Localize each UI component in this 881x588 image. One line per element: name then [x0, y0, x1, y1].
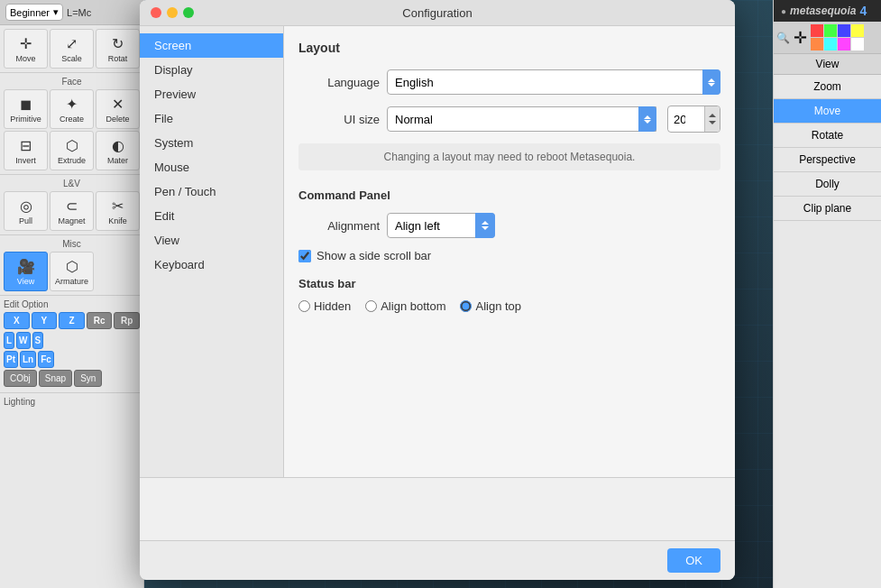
- config-content: Layout Language English Japanese: [284, 26, 735, 477]
- dialog-title-bar: Configuration: [140, 0, 735, 26]
- layout-info-text: Changing a layout may need to reboot Met…: [298, 143, 720, 170]
- status-bar-radio-row: Hidden Align bottom Align top: [298, 299, 720, 313]
- ui-size-number-input[interactable]: [668, 109, 704, 130]
- show-scroll-bar-checkbox[interactable]: [298, 250, 311, 262]
- nav-mouse[interactable]: Mouse: [140, 155, 283, 179]
- language-arrow-down: [708, 83, 715, 87]
- alignment-row: Alignment Align left Align right Align t…: [298, 213, 720, 238]
- command-panel-section: Command Panel Alignment Align left Align…: [298, 188, 720, 262]
- dialog-bottom: OK: [140, 540, 735, 580]
- dialog-nav: Screen Display Preview File System Mouse…: [140, 26, 284, 477]
- status-align-bottom-radio[interactable]: [365, 300, 377, 312]
- number-arrow-up[interactable]: [709, 114, 716, 117]
- dialog-body: Screen Display Preview File System Mouse…: [140, 26, 735, 477]
- status-hidden-label: Hidden: [314, 299, 351, 313]
- status-hidden-option: Hidden: [298, 299, 351, 313]
- nav-display[interactable]: Display: [140, 58, 283, 82]
- command-panel-header: Command Panel: [298, 188, 720, 202]
- ui-size-row: UI size Normal Small Large: [298, 106, 720, 133]
- language-select-wrapper: English Japanese: [387, 69, 720, 95]
- nav-pen-touch[interactable]: Pen / Touch: [140, 179, 283, 204]
- nav-edit[interactable]: Edit: [140, 204, 283, 228]
- language-label: Language: [298, 76, 380, 89]
- ui-size-select-arrows: [638, 106, 656, 132]
- status-hidden-radio[interactable]: [298, 300, 310, 312]
- nav-view[interactable]: View: [140, 228, 283, 253]
- alignment-label: Alignment: [298, 219, 380, 233]
- ok-button[interactable]: OK: [667, 548, 720, 573]
- status-align-bottom-option: Align bottom: [365, 299, 445, 313]
- layout-section-header: Layout: [298, 41, 720, 55]
- status-align-bottom-label: Align bottom: [381, 299, 445, 313]
- maximize-button[interactable]: [183, 7, 194, 18]
- nav-preview[interactable]: Preview: [140, 82, 283, 106]
- show-scroll-bar-label: Show a side scroll bar: [317, 249, 431, 262]
- nav-keyboard[interactable]: Keyboard: [140, 253, 283, 277]
- language-arrow-up: [708, 78, 715, 82]
- close-button[interactable]: [151, 7, 161, 18]
- ui-size-select[interactable]: Normal Small Large: [387, 106, 656, 132]
- ui-size-label: UI size: [298, 113, 380, 126]
- status-align-top-label: Align top: [475, 299, 521, 313]
- language-select-arrows: [702, 69, 720, 95]
- scroll-bar-row: Show a side scroll bar: [298, 249, 720, 262]
- ui-size-arrow-up: [644, 115, 651, 119]
- ui-size-arrow-down: [644, 120, 651, 124]
- status-bar-section: Status bar Hidden Align bottom: [298, 277, 720, 313]
- status-bar-header: Status bar: [298, 277, 720, 290]
- language-select[interactable]: English Japanese: [387, 69, 720, 95]
- dialog-title: Configuration: [402, 6, 472, 20]
- status-align-top-option: Align top: [460, 299, 521, 313]
- language-row: Language English Japanese: [298, 69, 720, 95]
- alignment-select[interactable]: Align left Align right Align top Align b…: [387, 213, 495, 238]
- dialog-note-area: [140, 477, 735, 540]
- minimize-button[interactable]: [167, 7, 178, 18]
- dialog-overlay: Configuration Screen Display Preview Fil…: [0, 0, 881, 588]
- config-dialog: Configuration Screen Display Preview Fil…: [140, 0, 735, 580]
- ui-size-select-wrapper: Normal Small Large: [387, 106, 656, 132]
- nav-file[interactable]: File: [140, 106, 283, 131]
- nav-system[interactable]: System: [140, 131, 283, 155]
- number-arrow-down[interactable]: [709, 121, 716, 124]
- status-align-top-radio[interactable]: [460, 300, 472, 312]
- nav-screen[interactable]: Screen: [140, 33, 283, 58]
